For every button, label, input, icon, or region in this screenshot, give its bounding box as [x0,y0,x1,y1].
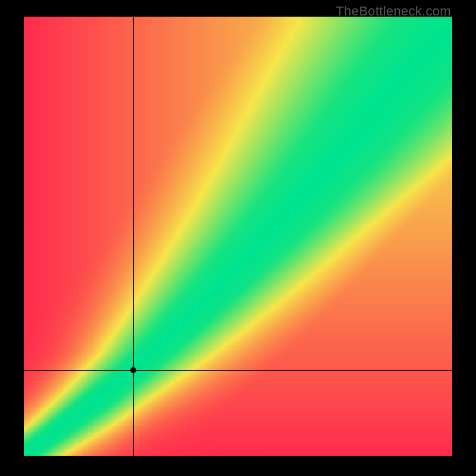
attribution-text: TheBottleneck.com [336,4,451,19]
chart-frame: TheBottleneck.com [0,0,476,476]
heatmap-plot [24,17,452,456]
heatmap-canvas [24,17,452,456]
